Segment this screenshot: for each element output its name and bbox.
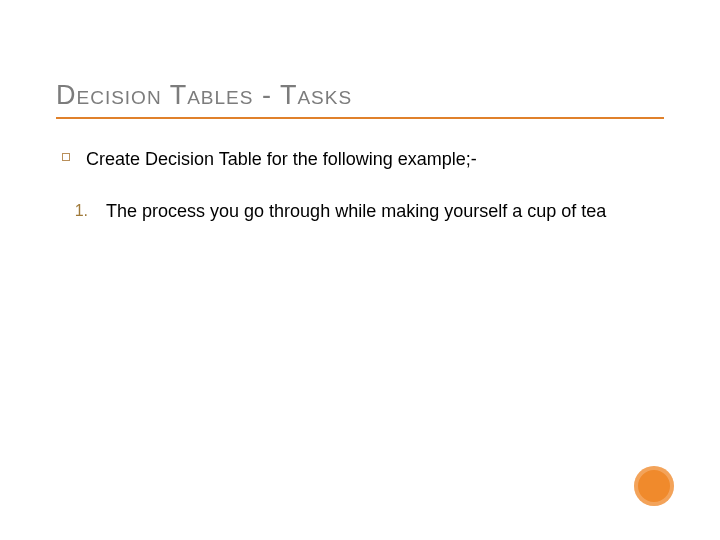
bullet-row: Create Decision Table for the following …	[56, 147, 664, 171]
title-underline	[56, 117, 664, 119]
accent-circle-icon	[634, 466, 674, 506]
bullet-text: Create Decision Table for the following …	[86, 147, 477, 171]
square-bullet-icon	[62, 153, 70, 161]
slide-title: Decision Tables - Tasks	[56, 80, 664, 111]
slide: Decision Tables - Tasks Create Decision …	[0, 0, 720, 540]
number-marker: 1.	[62, 199, 88, 222]
numbered-row: 1. The process you go through while maki…	[56, 199, 664, 223]
numbered-text: The process you go through while making …	[106, 199, 606, 223]
